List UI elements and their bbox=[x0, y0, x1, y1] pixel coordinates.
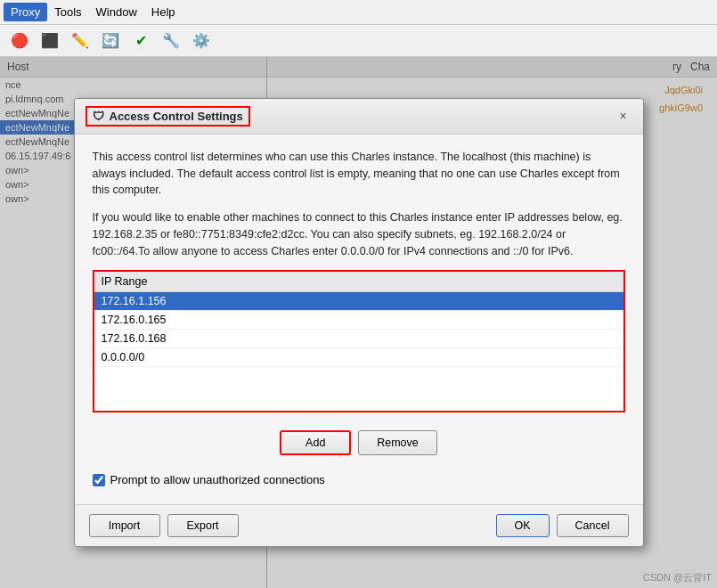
checkbox-row: Prompt to allow unauthorized connections bbox=[93, 470, 625, 490]
prompt-checkbox[interactable] bbox=[93, 474, 105, 486]
dialog-close-button[interactable]: × bbox=[615, 107, 632, 125]
stop-button[interactable]: ⬛ bbox=[37, 29, 62, 53]
modal-overlay: 🛡 Access Control Settings × This access … bbox=[0, 57, 717, 588]
dialog-description-2: If you would like to enable other machin… bbox=[93, 209, 625, 259]
add-button[interactable]: Add bbox=[280, 430, 351, 455]
toolbar: 🔴 ⬛ ✏️ 🔄 ✔ 🔧 ⚙️ bbox=[0, 25, 717, 57]
ip-row-3[interactable]: 172.16.0.168 bbox=[94, 330, 623, 348]
footer-left: Import Export bbox=[89, 514, 239, 537]
access-control-dialog: 🛡 Access Control Settings × This access … bbox=[74, 98, 644, 548]
cancel-button[interactable]: Cancel bbox=[557, 514, 629, 537]
ip-table: IP Range 172.16.1.156 172.16.0.165 1 bbox=[94, 272, 623, 367]
remove-button[interactable]: Remove bbox=[358, 430, 437, 455]
export-button[interactable]: Export bbox=[167, 514, 239, 537]
settings-button[interactable]: ⚙️ bbox=[189, 29, 214, 53]
record-button[interactable]: 🔴 bbox=[7, 29, 32, 53]
ip-range-header: IP Range bbox=[94, 272, 623, 292]
menu-help[interactable]: Help bbox=[144, 3, 183, 21]
dialog-body: This access control list determines who … bbox=[75, 135, 643, 505]
ip-cell-4: 0.0.0.0/0 bbox=[94, 348, 623, 367]
import-button[interactable]: Import bbox=[89, 514, 160, 537]
ip-cell-2: 172.16.0.165 bbox=[94, 311, 623, 330]
main-area: Host nce pi.ldmnq.com ectNewMnqNe ectNew… bbox=[0, 57, 717, 588]
dialog-description-1: This access control list determines who … bbox=[93, 149, 625, 199]
ip-cell-3: 172.16.0.168 bbox=[94, 330, 623, 348]
footer-right: OK Cancel bbox=[496, 514, 629, 537]
ip-row-4[interactable]: 0.0.0.0/0 bbox=[94, 348, 623, 367]
edit-button[interactable]: ✏️ bbox=[68, 29, 93, 53]
ok-button[interactable]: OK bbox=[496, 514, 550, 537]
ip-row-2[interactable]: 172.16.0.165 bbox=[94, 311, 623, 330]
menu-proxy[interactable]: Proxy bbox=[4, 3, 47, 21]
prompt-checkbox-label: Prompt to allow unauthorized connections bbox=[110, 473, 325, 486]
refresh-button[interactable]: 🔄 bbox=[98, 29, 123, 53]
menu-bar: Proxy Tools Window Help bbox=[0, 0, 717, 25]
ip-cell-1: 172.16.1.156 bbox=[94, 292, 623, 311]
check-button[interactable]: ✔ bbox=[128, 29, 153, 53]
ip-table-container: IP Range 172.16.1.156 172.16.0.165 1 bbox=[93, 270, 625, 412]
ip-row-1[interactable]: 172.16.1.156 bbox=[94, 292, 623, 311]
dialog-footer: Import Export OK Cancel bbox=[75, 504, 643, 546]
add-remove-buttons: Add Remove bbox=[93, 423, 625, 459]
dialog-title: 🛡 Access Control Settings bbox=[86, 106, 250, 127]
dialog-title-icon: 🛡 bbox=[93, 110, 104, 123]
dialog-title-bar: 🛡 Access Control Settings × bbox=[75, 99, 643, 135]
tools-button[interactable]: 🔧 bbox=[159, 29, 183, 53]
menu-window[interactable]: Window bbox=[89, 3, 144, 21]
menu-tools[interactable]: Tools bbox=[47, 3, 88, 21]
dialog-title-text: Access Control Settings bbox=[110, 110, 243, 123]
